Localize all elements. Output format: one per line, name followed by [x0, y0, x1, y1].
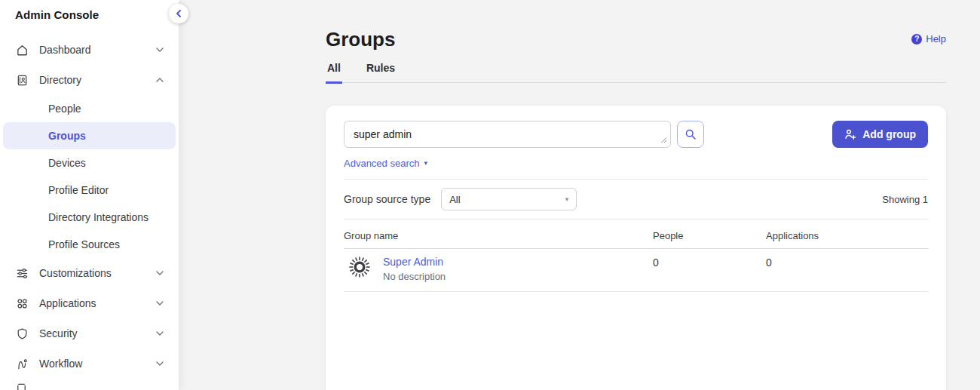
table-header: Group name People Applications [344, 220, 928, 249]
sidebar-item-label: Customizations [39, 267, 112, 279]
sidebar-item-directory-integrations[interactable]: Directory Integrations [3, 204, 176, 231]
column-applications[interactable]: Applications [766, 230, 928, 241]
tab-bar: All Rules [326, 62, 946, 83]
app-title: Admin Console [0, 0, 179, 21]
sidebar-item-label: Security [39, 327, 78, 339]
column-group-name[interactable]: Group name [344, 230, 653, 241]
workflow-icon [15, 357, 29, 370]
add-group-label: Add group [862, 128, 916, 140]
search-row: super admin Add gro [344, 121, 928, 151]
groups-card: super admin Add gro [326, 106, 946, 390]
help-label: Help [926, 33, 946, 45]
chevron-down-icon [156, 331, 164, 336]
chevron-down-icon [156, 361, 164, 366]
sidebar-nav: Dashboard Directory [0, 35, 179, 390]
chevron-down-icon [156, 48, 164, 52]
page-title: Groups [326, 27, 395, 51]
sidebar-item-label: Workflow [39, 358, 82, 370]
sidebar-item-dashboard[interactable]: Dashboard [0, 35, 179, 65]
chevron-down-icon [156, 271, 164, 275]
sidebar-child-label: Profile Editor [48, 184, 109, 196]
group-name-text: Super Admin No description [383, 256, 446, 282]
tab-all[interactable]: All [326, 62, 342, 84]
reports-icon [15, 382, 28, 390]
advanced-search-label: Advanced search [344, 158, 419, 169]
help-icon: ? [911, 34, 922, 45]
sidebar-item-customizations[interactable]: Customizations [0, 258, 179, 288]
tab-rules[interactable]: Rules [365, 62, 397, 84]
sidebar-child-label: People [48, 103, 81, 115]
chevron-up-icon [156, 78, 164, 82]
search-input[interactable]: super admin [344, 121, 671, 148]
sidebar-child-label: Groups [48, 130, 86, 142]
group-description: No description [383, 271, 446, 282]
sidebar-item-directory[interactable]: Directory [0, 65, 179, 95]
sidebar-child-label: Directory Integrations [48, 211, 149, 223]
chevron-down-icon [156, 301, 164, 306]
add-group-icon [844, 128, 856, 140]
sidebar-item-devices[interactable]: Devices [3, 149, 176, 177]
caret-down-icon: ▾ [565, 196, 569, 203]
select-value: All [449, 194, 460, 205]
help-link[interactable]: ? Help [911, 33, 946, 45]
sidebar-item-workflow[interactable]: Workflow [0, 349, 179, 379]
page-header: Groups ? Help [326, 0, 946, 51]
main-area: Groups ? Help All Rules super admin [179, 0, 980, 390]
applications-count: 0 [766, 256, 928, 282]
shield-icon [15, 327, 29, 340]
sidebar-item-profile-sources[interactable]: Profile Sources [3, 231, 176, 258]
group-source-type-label: Group source type [344, 193, 430, 205]
showing-count: Showing 1 [882, 194, 928, 205]
id-card-icon [15, 73, 29, 87]
sidebar-child-label: Profile Sources [48, 238, 120, 250]
admin-console-screen: Admin Console Dashboard [0, 0, 980, 390]
group-source-type-select[interactable]: All ▾ [441, 188, 577, 210]
search-icon [684, 128, 697, 140]
sidebar-item-partial[interactable] [0, 379, 179, 390]
filter-row: Group source type All ▾ Showing 1 [344, 180, 928, 219]
chevron-left-icon [176, 10, 182, 17]
search-box: super admin [344, 121, 671, 151]
advanced-search-link[interactable]: Advanced search ▾ [344, 158, 427, 169]
group-name-cell: Super Admin No description [344, 256, 653, 282]
sidebar-item-label: Dashboard [39, 44, 91, 56]
sidebar-child-label: Devices [48, 157, 86, 169]
sidebar-item-people[interactable]: People [3, 95, 176, 122]
sidebar: Admin Console Dashboard [0, 0, 179, 390]
caret-down-icon: ▾ [424, 160, 427, 167]
table-row: Super Admin No description 0 0 [344, 249, 928, 292]
sidebar-collapse-button[interactable] [169, 4, 188, 23]
home-icon [15, 43, 29, 57]
group-avatar-icon [348, 256, 371, 278]
sidebar-item-groups[interactable]: Groups [3, 122, 176, 149]
add-group-button[interactable]: Add group [832, 121, 928, 148]
main-content: Groups ? Help All Rules super admin [326, 0, 946, 390]
search-button[interactable] [677, 121, 704, 148]
sliders-icon [15, 266, 29, 280]
column-people[interactable]: People [653, 230, 766, 241]
group-name-link[interactable]: Super Admin [383, 256, 446, 268]
sidebar-item-security[interactable]: Security [0, 318, 179, 349]
sidebar-item-label: Directory [39, 74, 81, 86]
sidebar-item-label: Applications [39, 297, 96, 309]
people-count: 0 [653, 256, 766, 282]
sidebar-item-applications[interactable]: Applications [0, 288, 179, 318]
sidebar-item-profile-editor[interactable]: Profile Editor [3, 177, 176, 204]
grid-icon [15, 296, 29, 310]
